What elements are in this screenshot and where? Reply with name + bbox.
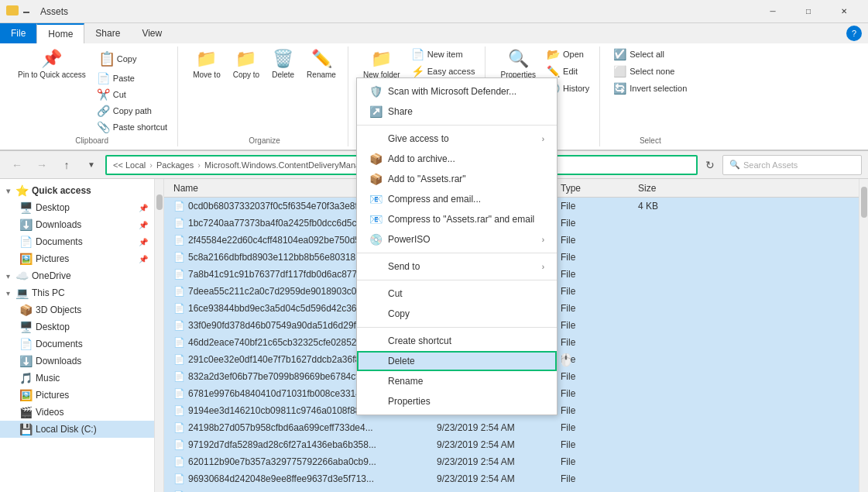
invert-selection-button[interactable]: 🔄 Invert selection [609, 81, 691, 96]
file-date: 9/23/2019 2:54 AM [431, 439, 554, 450]
paste-shortcut-button[interactable]: 📎 Paste shortcut [93, 119, 171, 135]
ctx-cut[interactable]: Cut [357, 284, 557, 304]
delete-icon: 🗑️ [273, 49, 293, 69]
vertical-scrollbar-left[interactable] [155, 179, 164, 492]
table-row[interactable]: 📄 97192d7dfa5289ad28c6f27a1436eba6b358..… [164, 436, 859, 453]
ctx-add-rar[interactable]: 📦Add to "Assets.rar" [357, 169, 557, 189]
copy-path-button[interactable]: 🔗 Copy path [93, 103, 171, 119]
new-item-button[interactable]: 📄 New item [407, 46, 479, 62]
edit-button[interactable]: ✏️ Edit [543, 64, 593, 79]
table-row[interactable]: 📄 96930684d242048e9ee8ffee9637d3e5f713..… [164, 470, 859, 487]
table-row[interactable]: 📄 2625221192c134d5d0dc95a1cbaf856dac2...… [164, 487, 859, 492]
col-size-header[interactable]: Size [632, 183, 694, 194]
paste-button[interactable]: 📄 Paste [93, 71, 171, 86]
copy-to-button[interactable]: 📁 Copy to [228, 46, 265, 81]
ctx-rename[interactable]: Rename [357, 371, 557, 391]
move-to-button[interactable]: 📁 Move to [187, 46, 226, 81]
vertical-scrollbar-right[interactable] [859, 179, 868, 492]
sidebar-quick-access[interactable]: ▾ ⭐ Quick access [0, 182, 154, 199]
tab-view[interactable]: View [131, 23, 173, 43]
sidebar-pc-downloads[interactable]: ⬇️ Downloads [0, 353, 154, 370]
ctx-scan[interactable]: 🛡️Scan with Microsoft Defender... [357, 81, 557, 101]
ctx-label: Create shortcut [388, 335, 451, 346]
back-button[interactable]: ← [6, 154, 28, 176]
tab-home[interactable]: Home [36, 23, 84, 43]
file-type: File [554, 422, 632, 433]
sidebar-item-pictures[interactable]: 🖼️ Pictures 📌 [0, 250, 154, 267]
invert-label: Invert selection [630, 84, 687, 93]
close-button[interactable]: ✕ [826, 0, 862, 23]
properties-button[interactable]: 🔍 Properties [495, 46, 541, 81]
sidebar-pc-desktop[interactable]: 🖥️ Desktop [0, 318, 154, 335]
sidebar-pc-pictures[interactable]: 🖼️ Pictures [0, 387, 154, 404]
sidebar-videos[interactable]: 🎬 Videos [0, 404, 154, 421]
documents-icon: 📄 [19, 236, 33, 248]
sidebar-this-pc[interactable]: ▾ 💻 This PC [0, 284, 154, 301]
context-menu-separator [357, 253, 557, 253]
forward-button[interactable]: → [31, 154, 53, 176]
ctx-share[interactable]: ↗️Share [357, 101, 557, 122]
scroll-thumb-right[interactable] [861, 187, 867, 218]
new-item-label: New item [427, 50, 463, 59]
sidebar-3d-objects[interactable]: 📦 3D Objects [0, 301, 154, 318]
open-button[interactable]: 📂 Open [543, 46, 593, 62]
ctx-icon-copy [369, 308, 382, 320]
ctx-label: Properties [388, 396, 431, 407]
pc-docs-label: Documents [36, 339, 83, 349]
properties-icon: 🔍 [508, 49, 529, 69]
ctx-poweriso[interactable]: 💿PowerISO› [357, 229, 557, 249]
col-type-header[interactable]: Type [554, 183, 632, 194]
ctx-label: Give access to [388, 133, 449, 144]
ctx-properties[interactable]: Properties [357, 391, 557, 411]
onedrive-icon: ☁️ [15, 270, 29, 282]
pin-quick-access-button[interactable]: 📌 Pin to Quick access [12, 46, 91, 82]
sidebar-local-disk[interactable]: 💾 Local Disk (C:) [0, 421, 154, 438]
rename-button[interactable]: ✏️ Rename [301, 46, 341, 81]
ctx-compress-email[interactable]: 📧Compress and email... [357, 189, 557, 209]
recent-locations-button[interactable]: ▼ [81, 154, 102, 176]
table-row[interactable]: 📄 620112b90e7b357a329775792266aba0cb9...… [164, 453, 859, 470]
cut-button[interactable]: ✂️ Cut [93, 87, 171, 102]
refresh-button[interactable]: ↻ [701, 156, 719, 174]
onedrive-expand: ▾ [6, 272, 10, 280]
ctx-icon-rename [369, 375, 382, 387]
ctx-send-to[interactable]: Send to› [357, 256, 557, 277]
file-date: 9/23/2019 2:54 AM [431, 422, 554, 433]
ctx-add-archive[interactable]: 📦Add to archive... [357, 149, 557, 169]
ctx-give-access[interactable]: Give access to› [357, 129, 557, 149]
select-all-button[interactable]: ☑️ Select all [609, 46, 691, 62]
sidebar-item-downloads[interactable]: ⬇️ Downloads 📌 [0, 216, 154, 233]
ctx-label: Copy [388, 308, 410, 319]
sidebar-item-documents[interactable]: 📄 Documents 📌 [0, 233, 154, 250]
tab-share[interactable]: Share [84, 23, 131, 43]
sidebar-pc-documents[interactable]: 📄 Documents [0, 335, 154, 353]
delete-button[interactable]: 🗑️ Delete [266, 46, 300, 81]
sidebar-music[interactable]: 🎵 Music [0, 370, 154, 387]
ctx-create-shortcut[interactable]: Create shortcut [357, 331, 557, 351]
ctx-copy[interactable]: Copy [357, 304, 557, 324]
help-button[interactable]: ? [846, 26, 862, 41]
sidebar-item-desktop[interactable]: 🖥️ Desktop 📌 [0, 199, 154, 216]
select-none-button[interactable]: ⬜ Select none [609, 64, 691, 79]
window-title: Assets [40, 6, 755, 17]
ctx-delete[interactable]: Delete🖱️ [357, 351, 557, 371]
maximize-button[interactable]: □ [791, 0, 826, 23]
file-name: 📄 97192d7dfa5289ad28c6f27a1436eba6b358..… [167, 439, 431, 450]
table-row[interactable]: 📄 24198b27d057b958cfbd6aa699ceff733de4..… [164, 419, 859, 436]
new-folder-button[interactable]: 📁 New folder [358, 46, 406, 81]
scroll-thumb[interactable] [156, 194, 163, 210]
pc-pics-label: Pictures [36, 390, 69, 401]
rename-icon: ✏️ [311, 49, 332, 69]
ctx-icon-send-to [369, 260, 382, 273]
ctx-compress-rar-email[interactable]: 📧Compress to "Assets.rar" and email [357, 209, 557, 229]
sidebar-onedrive[interactable]: ▾ ☁️ OneDrive [0, 267, 154, 284]
minimize-button[interactable]: ─ [755, 0, 791, 23]
ctx-icon-cut [369, 287, 382, 300]
file-name: 📄 96930684d242048e9ee8ffee9637d3e5f713..… [167, 473, 431, 484]
copy-button[interactable]: 📋 Copy [93, 48, 171, 70]
ctx-icon-delete [369, 355, 382, 367]
up-button[interactable]: ↑ [56, 154, 77, 176]
easy-access-button[interactable]: ⚡ Easy access [407, 64, 479, 79]
search-box[interactable]: 🔍 Search Assets [722, 155, 862, 175]
tab-file[interactable]: File [0, 23, 36, 43]
